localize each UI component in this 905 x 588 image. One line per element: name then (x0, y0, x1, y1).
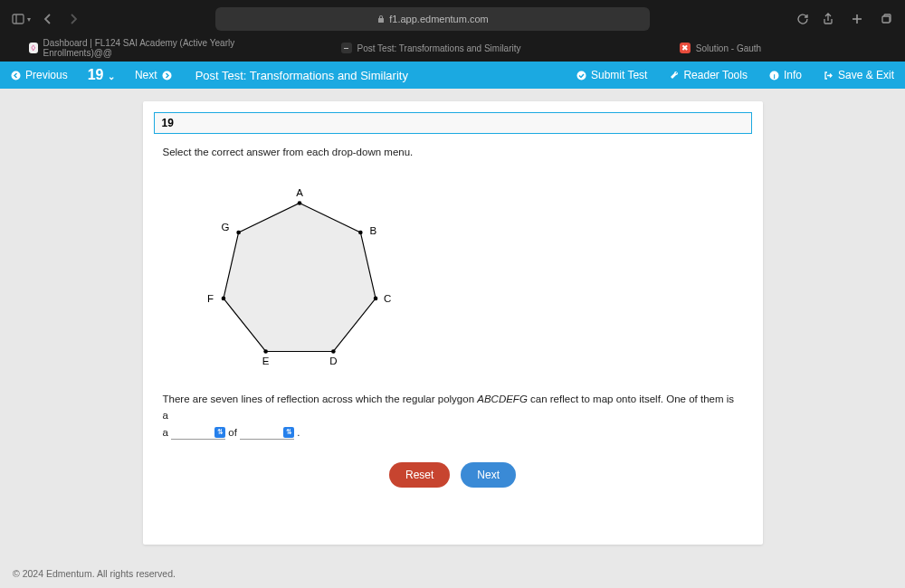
tab-label: Post Test: Transformations and Similarit… (357, 43, 521, 53)
svg-point-12 (358, 231, 363, 235)
tab-dashboard[interactable]: ◊ Dashboard | FL124 SAI Academy (Active … (18, 34, 308, 62)
new-tab-icon[interactable] (849, 11, 865, 27)
tabs-overview-icon[interactable] (878, 11, 894, 27)
info-icon: i (769, 71, 779, 81)
svg-point-5 (12, 71, 21, 80)
vertex-label-D: D (329, 356, 337, 366)
reload-button[interactable] (795, 11, 811, 27)
submit-test-button[interactable]: Submit Test (566, 69, 658, 81)
previous-button[interactable]: Previous (0, 62, 79, 89)
back-button[interactable] (40, 11, 56, 27)
forward-button[interactable] (65, 11, 81, 27)
tab-posttest[interactable]: – Post Test: Transformations and Similar… (308, 39, 597, 57)
content-area: 19 Select the correct answer from each d… (0, 89, 905, 545)
svg-rect-0 (13, 14, 24, 24)
next-button[interactable]: Next (124, 62, 183, 89)
url-bar[interactable]: f1.app.edmentum.com (215, 7, 650, 31)
previous-label: Previous (25, 69, 68, 81)
dropdown-handle-icon: ⇅ (214, 427, 225, 438)
tab-solution[interactable]: ✖ Solution - Gauth (597, 39, 887, 57)
svg-point-13 (373, 297, 377, 301)
save-exit-button[interactable]: Save & Exit (813, 69, 905, 81)
svg-point-15 (263, 349, 268, 354)
dropdown-handle-icon: ⇅ (283, 427, 294, 438)
heptagon-svg: A B C D E F G (195, 172, 404, 380)
info-button[interactable]: i Info (758, 69, 813, 81)
favicon-icon: ◊ (29, 43, 38, 53)
next-question-button[interactable]: Next (461, 462, 516, 488)
page-title: Post Test: Transformations and Similarit… (183, 69, 566, 82)
tab-label: Dashboard | FL124 SAI Academy (Active Ye… (43, 38, 253, 58)
dropdown-1[interactable]: ⇅ (171, 426, 225, 440)
svg-rect-4 (882, 16, 890, 23)
tab-label: Solution - Gauth (696, 43, 761, 53)
svg-point-11 (297, 201, 301, 205)
wrench-icon (669, 71, 679, 81)
svg-marker-10 (223, 204, 375, 352)
polygon-name: ABCDEFG (477, 394, 528, 404)
svg-point-16 (221, 297, 225, 301)
action-buttons: Reset Next (143, 446, 763, 506)
svg-point-7 (576, 71, 586, 80)
vertex-label-E: E (262, 356, 269, 366)
svg-text:i: i (773, 71, 775, 80)
vertex-label-F: F (207, 293, 214, 304)
question-number-display[interactable]: 19 ⌄ (79, 67, 124, 83)
chevron-down-icon: ⌄ (108, 71, 115, 81)
svg-point-17 (236, 231, 241, 235)
heptagon-diagram: A B C D E F G (143, 163, 763, 385)
favicon-icon: ✖ (680, 43, 691, 53)
footer-text: © 2024 Edmentum. All rights reserved. (13, 568, 176, 579)
vertex-label-A: A (296, 187, 303, 198)
lock-icon (376, 14, 386, 24)
vertex-label-C: C (383, 293, 390, 304)
browser-tabs: ◊ Dashboard | FL124 SAI Academy (Active … (0, 38, 905, 62)
app-toolbar: Previous 19 ⌄ Next Post Test: Transforma… (0, 62, 905, 89)
question-text: There are seven lines of reflection acro… (143, 385, 763, 446)
favicon-icon: – (341, 43, 352, 53)
sidebar-toggle[interactable]: ▾ (11, 12, 31, 26)
next-label: Next (135, 69, 157, 81)
question-card: 19 Select the correct answer from each d… (143, 101, 763, 545)
chevron-left-icon (11, 71, 21, 81)
question-instruction: Select the correct answer from each drop… (143, 134, 763, 163)
reset-button[interactable]: Reset (389, 462, 450, 488)
chevron-right-icon (162, 71, 172, 81)
vertex-label-B: B (369, 225, 376, 236)
vertex-label-G: G (221, 222, 229, 232)
question-number-bar: 19 (154, 112, 752, 134)
url-text: f1.app.edmentum.com (389, 14, 488, 24)
check-icon (576, 71, 586, 81)
svg-point-14 (331, 349, 336, 354)
exit-icon (824, 71, 834, 81)
browser-chrome: ▾ f1.app.edmentum.com (0, 0, 905, 38)
dropdown-2[interactable]: ⇅ (240, 426, 294, 440)
reader-tools-button[interactable]: Reader Tools (658, 69, 758, 81)
svg-point-6 (162, 71, 171, 80)
share-icon[interactable] (820, 11, 836, 27)
